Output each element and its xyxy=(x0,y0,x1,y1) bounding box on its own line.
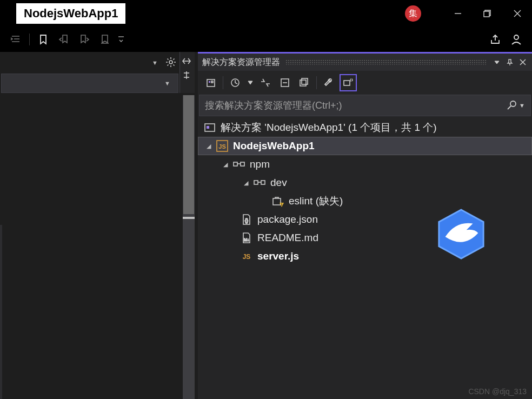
properties-wrench-icon[interactable] xyxy=(320,74,337,91)
svg-rect-43 xyxy=(273,198,281,205)
bookmark-next-icon[interactable] xyxy=(75,30,94,49)
panel-grip[interactable] xyxy=(285,59,487,65)
package-missing-icon: ! xyxy=(271,195,284,208)
share-icon[interactable] xyxy=(487,30,505,49)
expander-open-icon[interactable]: ◢ xyxy=(204,141,214,151)
pin-icon[interactable] xyxy=(505,57,515,67)
title-bar: NodejsWebApp1 集 xyxy=(0,0,532,27)
sync-icon[interactable] xyxy=(257,74,274,91)
tree-solution-node[interactable]: 解决方案 'NodejsWebApp1' (1 个项目，共 1 个) xyxy=(198,118,532,137)
search-input[interactable]: 搜索解决方案资源管理器(Ctrl+;) ▼ xyxy=(199,95,531,116)
panel-menu-icon[interactable] xyxy=(492,57,502,67)
preview-icon[interactable] xyxy=(340,74,357,91)
gear-icon[interactable] xyxy=(165,57,177,69)
tree-label: npm xyxy=(250,158,270,170)
split-horizontal-icon[interactable] xyxy=(182,56,194,68)
scrollbar-thumb[interactable] xyxy=(183,95,194,214)
svg-rect-37 xyxy=(234,162,237,166)
left-pane: ▼ ▼ xyxy=(0,52,195,399)
tree-label: server.js xyxy=(257,250,299,262)
close-button[interactable] xyxy=(502,0,532,27)
svg-rect-27 xyxy=(302,78,308,84)
notification-badge[interactable]: 集 xyxy=(405,5,421,22)
svg-rect-34 xyxy=(207,126,209,129)
collapse-all-icon[interactable] xyxy=(276,74,294,91)
minimize-button[interactable] xyxy=(443,0,473,27)
solution-icon xyxy=(203,121,216,134)
svg-rect-20 xyxy=(207,79,215,87)
svg-rect-2 xyxy=(484,11,489,17)
tree-label: NodejsWebApp1 xyxy=(233,140,315,152)
close-icon[interactable] xyxy=(518,57,528,67)
svg-rect-38 xyxy=(241,162,244,166)
window-title: NodejsWebApp1 xyxy=(16,3,125,24)
svg-line-32 xyxy=(508,106,511,109)
tree-label: dev xyxy=(270,177,287,189)
scope-dropdown[interactable]: ▼ xyxy=(1,74,178,93)
dependencies-icon xyxy=(253,176,266,189)
chevron-down-icon[interactable] xyxy=(246,74,255,91)
maximize-button[interactable] xyxy=(473,0,502,27)
svg-point-11 xyxy=(169,61,172,64)
svg-rect-41 xyxy=(261,181,265,184)
indent-icon[interactable] xyxy=(6,30,25,49)
main-toolbar xyxy=(0,27,532,52)
show-all-icon[interactable] xyxy=(296,74,313,91)
svg-marker-16 xyxy=(495,61,499,64)
chevron-down-icon[interactable]: ▼ xyxy=(152,59,158,66)
svg-rect-40 xyxy=(254,181,258,184)
expander-open-icon[interactable]: ◢ xyxy=(241,178,251,188)
markdown-file-icon: M↓ xyxy=(240,231,253,244)
tree-label: 解决方案 'NodejsWebApp1' (1 个项目，共 1 个) xyxy=(221,121,437,135)
bookmark-icon[interactable] xyxy=(34,30,52,49)
history-icon[interactable] xyxy=(227,74,244,91)
tree-label: eslint (缺失) xyxy=(289,194,343,208)
tree-project-node[interactable]: ◢ JS NodejsWebApp1 xyxy=(198,137,532,155)
svg-text:{}: {} xyxy=(245,218,248,223)
json-file-icon: {} xyxy=(240,213,253,226)
svg-rect-33 xyxy=(205,124,215,131)
toolbar-overflow-icon[interactable] xyxy=(116,30,126,49)
scroll-marker xyxy=(183,217,195,219)
svg-rect-21 xyxy=(209,81,210,83)
chevron-down-icon[interactable]: ▼ xyxy=(164,80,170,87)
bookmark-prev-icon[interactable] xyxy=(55,30,73,49)
js-project-icon: JS xyxy=(216,139,229,152)
tree-dev-node[interactable]: ◢ dev xyxy=(198,174,532,192)
npm-icon xyxy=(232,158,245,171)
account-icon[interactable] xyxy=(507,30,526,49)
svg-text:JS: JS xyxy=(218,143,225,150)
svg-text:JS: JS xyxy=(243,253,251,261)
left-divider xyxy=(0,225,2,399)
js-file-icon: JS xyxy=(240,250,253,263)
expander-open-icon[interactable]: ◢ xyxy=(221,159,230,169)
tree-npm-node[interactable]: ◢ npm xyxy=(198,155,532,174)
bookmark-clear-icon[interactable] xyxy=(96,30,114,49)
tree-label: package.json xyxy=(257,214,318,225)
search-icon[interactable] xyxy=(505,99,518,112)
panel-title: 解决方案资源管理器 xyxy=(202,57,280,68)
thunder-logo-icon xyxy=(435,208,488,261)
svg-marker-24 xyxy=(248,81,252,84)
svg-text:M↓: M↓ xyxy=(244,238,249,242)
svg-point-31 xyxy=(510,101,516,107)
svg-text:!: ! xyxy=(281,202,283,207)
tree-label: README.md xyxy=(257,232,318,244)
panel-toolbar xyxy=(198,71,532,95)
home-icon[interactable] xyxy=(202,74,220,91)
chevron-down-icon[interactable]: ▼ xyxy=(519,102,525,109)
search-placeholder: 搜索解决方案资源管理器(Ctrl+;) xyxy=(205,99,342,112)
panel-header[interactable]: 解决方案资源管理器 xyxy=(198,54,532,71)
watermark: CSDN @djq_313 xyxy=(468,387,527,396)
svg-rect-29 xyxy=(344,81,350,85)
svg-point-30 xyxy=(350,79,353,81)
split-vertical-icon[interactable] xyxy=(182,70,194,82)
svg-rect-28 xyxy=(300,80,306,86)
svg-point-10 xyxy=(514,35,518,39)
svg-rect-22 xyxy=(211,81,213,83)
scrollbar[interactable] xyxy=(183,95,195,399)
